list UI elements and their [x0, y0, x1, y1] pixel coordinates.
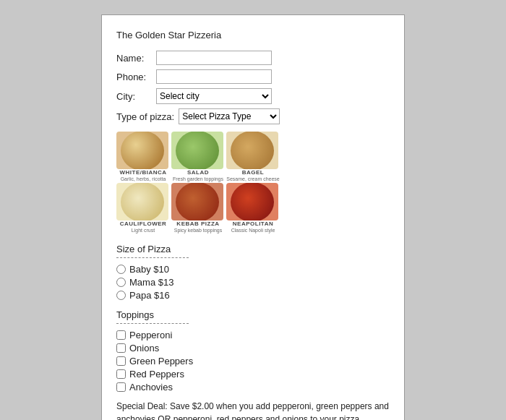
pizza-circle-white [121, 132, 164, 169]
size-label-mama: Mama $13 [129, 277, 173, 288]
pizza-img-kebab [171, 183, 223, 220]
size-title: Size of Pizza [116, 244, 390, 254]
pizza-circle-napo [231, 183, 274, 220]
size-radio-mama[interactable] [116, 278, 126, 287]
pizza-circle-salad [176, 132, 219, 169]
pizza-desc-salad: Fresh garden toppings [171, 176, 225, 182]
pizza-img-napo [226, 183, 278, 220]
form-container: The Golden Star Pizzeria Name: Phone: Ci… [101, 14, 405, 420]
city-select[interactable]: Select city New York Los Angeles Chicago [156, 88, 272, 104]
pizza-images-section: WHITE/BIANCA Garlic, herbs, ricotta SALA… [116, 132, 390, 233]
name-label: Name: [116, 53, 156, 64]
size-option-baby[interactable]: Baby $10 [116, 264, 390, 275]
name-row: Name: [116, 51, 390, 65]
topping-label-red-peppers: Red Peppers [129, 369, 184, 380]
size-label-baby: Baby $10 [129, 264, 169, 275]
toppings-title: Toppings [116, 309, 390, 320]
pizza-type-row: Type of pizza: Select Pizza Type White/B… [116, 108, 390, 124]
topping-label-green-peppers: Green Peppers [129, 356, 193, 367]
city-label: City: [116, 91, 156, 102]
size-radio-group: Baby $10 Mama $13 Papa $16 [116, 264, 390, 301]
size-label-papa: Papa $16 [129, 290, 170, 301]
pizza-circle-kebab [176, 183, 219, 220]
phone-label: Phone: [116, 72, 156, 82]
toppings-divider [116, 323, 189, 324]
pizza-img-white [116, 132, 168, 169]
checkbox-red-peppers[interactable] [116, 369, 126, 379]
pizza-name-kebab: KEBAB PIZZA [171, 221, 225, 228]
form-title: The Golden Star Pizzeria [116, 30, 390, 40]
pizza-desc-napo: Classic Napoli style [226, 228, 280, 233]
pizza-item-napo: NEAPOLITAN Classic Napoli style [226, 183, 280, 233]
pizza-item-bagel: BAGEL Sesame, cream cheese [226, 132, 280, 181]
pizza-item-white: WHITE/BIANCA Garlic, herbs, ricotta [116, 132, 170, 181]
topping-label-pepperoni: Pepperoni [129, 330, 172, 340]
pizza-desc-bagel: Sesame, cream cheese [226, 176, 280, 182]
topping-red-peppers[interactable]: Red Peppers [116, 369, 390, 380]
pizza-circle-cauli [121, 183, 164, 220]
topping-label-anchovies: Anchovies [129, 382, 173, 393]
pizza-name-napo: NEAPOLITAN [226, 221, 280, 228]
name-input[interactable] [156, 51, 272, 65]
topping-green-peppers[interactable]: Green Peppers [116, 356, 390, 367]
phone-input[interactable] [156, 69, 272, 84]
pizza-circle-bagel [231, 132, 274, 169]
pizza-img-cauli [116, 183, 168, 220]
pizza-row-1: WHITE/BIANCA Garlic, herbs, ricotta SALA… [116, 132, 390, 181]
topping-anchovies[interactable]: Anchovies [116, 382, 390, 393]
size-radio-baby[interactable] [116, 265, 126, 274]
pizza-item-kebab: KEBAB PIZZA Spicy kebab toppings [171, 183, 225, 233]
pizza-name-salad: SALAD [171, 170, 225, 176]
phone-row: Phone: [116, 69, 390, 84]
pizza-desc-white: Garlic, herbs, ricotta [116, 176, 170, 182]
pizza-name-cauli: CAULIFLOWER [116, 221, 170, 228]
checkbox-green-peppers[interactable] [116, 356, 126, 366]
pizza-img-bagel [226, 132, 278, 169]
topping-label-onions: Onions [129, 343, 159, 353]
size-option-papa[interactable]: Papa $16 [116, 290, 390, 301]
size-option-mama[interactable]: Mama $13 [116, 277, 390, 288]
pizza-desc-cauli: Light crust [116, 228, 170, 233]
pizza-desc-kebab: Spicy kebab toppings [171, 228, 225, 233]
city-row: City: Select city New York Los Angeles C… [116, 88, 390, 104]
pizza-type-label: Type of pizza: [116, 111, 174, 122]
topping-pepperoni[interactable]: Pepperoni [116, 330, 390, 340]
checkbox-pepperoni[interactable] [116, 330, 126, 340]
special-deal: Special Deal: Save $2.00 when you add pe… [116, 400, 390, 420]
pizza-name-white: WHITE/BIANCA [116, 170, 170, 176]
topping-onions[interactable]: Onions [116, 343, 390, 353]
pizza-item-salad: SALAD Fresh garden toppings [171, 132, 225, 181]
pizza-row-2: CAULIFLOWER Light crust KEBAB PIZZA Spic… [116, 183, 390, 233]
pizza-name-bagel: BAGEL [226, 170, 280, 176]
pizza-grid: WHITE/BIANCA Garlic, herbs, ricotta SALA… [116, 132, 390, 233]
checkbox-onions[interactable] [116, 343, 126, 353]
pizza-type-select[interactable]: Select Pizza Type White/Bianca Salad Bag… [179, 108, 280, 124]
pizza-img-salad [171, 132, 223, 169]
pizza-item-cauli: CAULIFLOWER Light crust [116, 183, 170, 233]
size-radio-papa[interactable] [116, 291, 126, 300]
toppings-checkbox-group: Pepperoni Onions Green Peppers Red Peppe… [116, 330, 390, 393]
size-divider [116, 257, 189, 258]
checkbox-anchovies[interactable] [116, 382, 126, 392]
